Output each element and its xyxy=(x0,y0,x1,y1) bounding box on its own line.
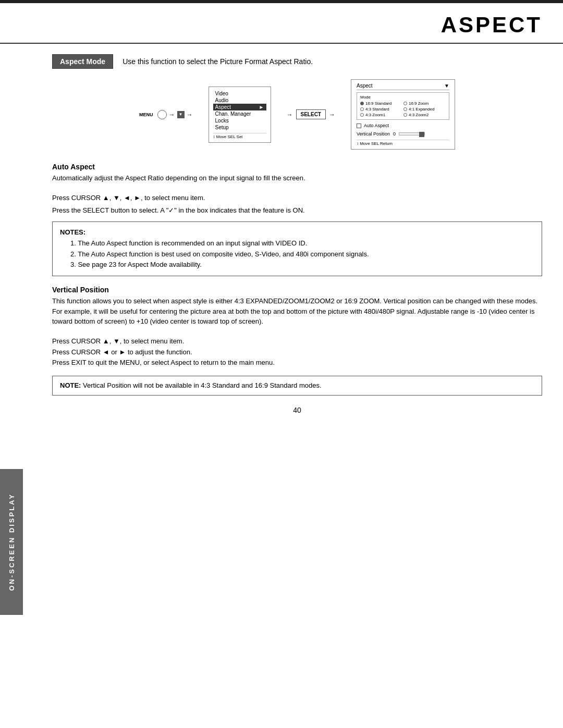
menu-item-video: Video xyxy=(213,90,266,97)
vert-pos-label: Vertical Position xyxy=(357,131,390,137)
vert-pos-value: 0 xyxy=(393,131,396,137)
page-title: ASPECT xyxy=(441,13,542,37)
sidebar-text: ON-SCREEN DISPLAY xyxy=(8,493,16,591)
vertical-position-section: Vertical Position This function allows y… xyxy=(52,286,542,327)
menu-label: MENU xyxy=(139,112,153,117)
auto-aspect-row: Auto Aspect xyxy=(357,123,449,128)
menu-item-audio: Audio xyxy=(213,97,266,104)
diagram-area: MENU → ▼ → Video Audio Aspect ► Chan. Ma… xyxy=(52,79,542,150)
auto-aspect-checkbox xyxy=(357,124,361,128)
arrow-right-4: → xyxy=(329,111,335,118)
auto-aspect-heading: Auto Aspect xyxy=(52,163,542,171)
title-area: ASPECT xyxy=(0,3,563,44)
menu-navigation: MENU → ▼ → xyxy=(139,110,193,119)
radio-filled-icon xyxy=(360,102,364,105)
vertical-position-row: Vertical Position 0 xyxy=(357,131,449,137)
notes-box: NOTES: 1. The Auto Aspect function is re… xyxy=(52,221,542,276)
radio-empty-icon-3 xyxy=(403,107,407,111)
mode-group: Mode 16:9 Standard 16:9 Zoom 4:3 Standar… xyxy=(357,92,449,120)
mode-16-9-standard: 16:9 Standard xyxy=(360,101,402,106)
main-content: Aspect Mode Use this function to select … xyxy=(0,44,563,425)
aspect-mode-label: Aspect Mode xyxy=(52,54,113,69)
mode-4-3-zoom1: 4:3 Zoom1 xyxy=(360,113,402,117)
vertical-position-heading: Vertical Position xyxy=(52,286,542,294)
left-circle xyxy=(157,110,167,119)
radio-empty-icon xyxy=(403,102,407,105)
vertical-position-description: This function allows you to select when … xyxy=(52,296,542,327)
press-cursor-3: Press CURSOR ◄ or ► to adjust the functi… xyxy=(52,347,542,358)
arrow-right-1: → xyxy=(169,111,175,118)
menu-item-setup: Setup xyxy=(213,124,266,131)
aspect-panel-title: Aspect ▼ xyxy=(357,83,449,90)
sidebar-label: ON-SCREEN DISPLAY xyxy=(0,469,23,615)
slider-thumb xyxy=(419,132,424,137)
press-select: Press the SELECT button to select. A "✓"… xyxy=(52,205,542,216)
note-line-2: 2. The Auto Aspect function is best used… xyxy=(70,249,534,260)
mode-4-3-zoom2: 4:3 Zoom2 xyxy=(403,113,446,117)
radio-empty-icon-2 xyxy=(360,107,364,111)
aspect-mode-row: Aspect Mode Use this function to select … xyxy=(52,54,542,69)
auto-aspect-description: Automatically adjust the Aspect Ratio de… xyxy=(52,173,542,183)
mode-group-title: Mode xyxy=(360,95,446,100)
note-line-3: 3. See page 23 for Aspect Mode availabil… xyxy=(70,260,534,270)
notes-label: NOTES: xyxy=(60,228,85,236)
press-cursor-1: Press CURSOR ▲, ▼, ◄, ►, to select menu … xyxy=(52,193,542,204)
press-cursor-2: Press CURSOR ▲, ▼, to select menu item. xyxy=(52,336,542,347)
select-connector: → SELECT → xyxy=(287,109,335,119)
arrow-right-2: → xyxy=(187,111,193,118)
mode-4-3-standard: 4:3 Standard xyxy=(360,107,402,112)
slider-track xyxy=(399,132,425,135)
aspect-panel-footer: ↕ Move SEL Return xyxy=(357,140,449,146)
note-line-1: 1. The Auto Aspect function is recommend… xyxy=(70,238,534,249)
auto-aspect-label: Auto Aspect xyxy=(364,123,389,128)
menu-box: Video Audio Aspect ► Chan. Manager Locks… xyxy=(209,87,271,143)
mode-4-1-expanded: 4:1 Expanded xyxy=(403,107,446,112)
down-arrow-icon: ▼ xyxy=(179,112,183,117)
menu-item-locks: Locks xyxy=(213,117,266,124)
note-single-label: NOTE: xyxy=(60,381,81,389)
nav-controls: → ▼ → xyxy=(157,110,193,119)
mode-16-9-zoom: 16:9 Zoom xyxy=(403,101,446,106)
note-single-text: Vertical Position will not be available … xyxy=(83,381,321,389)
page-number: 40 xyxy=(52,406,542,414)
note-box-single: NOTE: Vertical Position will not be avai… xyxy=(52,376,542,396)
menu-footer: ↕ Move SEL Sel xyxy=(213,133,266,139)
mode-options: 16:9 Standard 16:9 Zoom 4:3 Standard 4:1… xyxy=(360,101,446,117)
select-button: SELECT xyxy=(296,109,326,119)
radio-empty-icon-5 xyxy=(403,113,407,117)
menu-item-aspect: Aspect ► xyxy=(213,104,266,110)
auto-aspect-section: Auto Aspect Automatically adjust the Asp… xyxy=(52,163,542,183)
aspect-mode-description: Use this function to select the Picture … xyxy=(123,57,313,66)
down-arrow-btn: ▼ xyxy=(177,111,185,118)
menu-item-chan-manager: Chan. Manager xyxy=(213,110,266,117)
press-exit: Press EXIT to quit the MENU, or select A… xyxy=(52,357,542,368)
radio-empty-icon-4 xyxy=(360,113,364,117)
aspect-panel: Aspect ▼ Mode 16:9 Standard 16:9 Zoom xyxy=(351,79,455,150)
arrow-right-3: → xyxy=(287,111,293,118)
